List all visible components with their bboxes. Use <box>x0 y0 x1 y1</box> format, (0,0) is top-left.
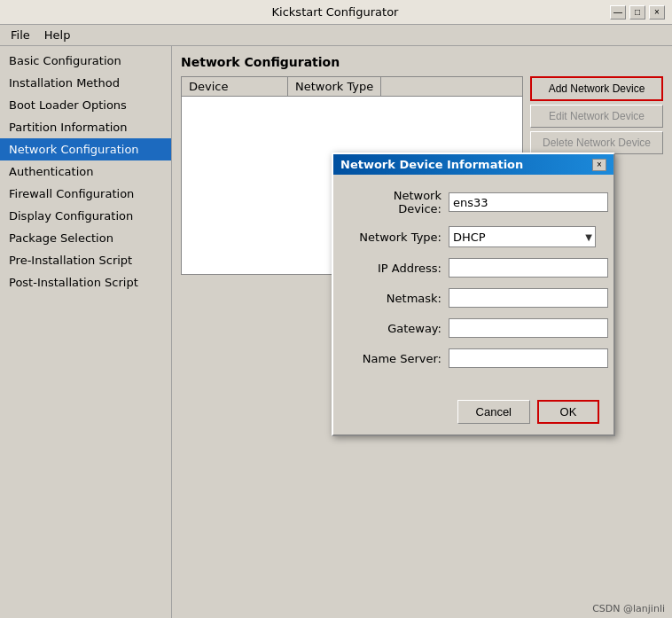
label-netmask: Netmask: <box>351 292 449 305</box>
input-netmask[interactable] <box>449 288 608 308</box>
form-row-network-type: Network Type: DHCP Static BOOTP None ▼ <box>351 226 596 247</box>
menu-bar: File Help <box>0 25 672 46</box>
sidebar-item-network-configuration[interactable]: Network Configuration <box>0 138 171 160</box>
input-network-device[interactable] <box>449 192 608 212</box>
main-container: Basic Configuration Installation Method … <box>0 46 672 618</box>
modal-body: Network Device: Network Type: DHCP Stati… <box>333 175 613 393</box>
sidebar-item-pre-installation-script[interactable]: Pre-Installation Script <box>0 249 171 271</box>
input-name-server[interactable] <box>449 348 608 368</box>
menu-help[interactable]: Help <box>37 27 78 43</box>
modal-titlebar: Network Device Information × <box>333 154 613 175</box>
watermark: CSDN @lanjinli <box>592 603 665 614</box>
form-row-gateway: Gateway: <box>351 318 596 338</box>
input-ip-address[interactable] <box>449 258 608 278</box>
modal-network-device-information: Network Device Information × Network Dev… <box>332 153 615 436</box>
sidebar-item-partition-information[interactable]: Partition Information <box>0 116 171 138</box>
section-title: Network Configuration <box>181 55 663 69</box>
sidebar-item-display-configuration[interactable]: Display Configuration <box>0 205 171 227</box>
sidebar-item-firewall-configuration[interactable]: Firewall Configuration <box>0 183 171 205</box>
maximize-button[interactable]: □ <box>629 5 645 20</box>
column-device: Device <box>182 77 288 96</box>
sidebar-item-post-installation-script[interactable]: Post-Installation Script <box>0 271 171 293</box>
modal-footer: Cancel OK <box>333 393 613 434</box>
select-network-type[interactable]: DHCP Static BOOTP None <box>449 226 596 247</box>
ok-button[interactable]: OK <box>537 400 599 424</box>
sidebar-item-installation-method[interactable]: Installation Method <box>0 72 171 94</box>
close-button[interactable]: × <box>649 5 665 20</box>
form-row-name-server: Name Server: <box>351 348 596 368</box>
menu-file[interactable]: File <box>4 27 37 43</box>
minimize-button[interactable]: — <box>610 5 626 20</box>
content-area: Network Configuration Device Network Typ… <box>172 46 672 618</box>
window-title: Kickstart Configurator <box>60 5 610 19</box>
label-network-type: Network Type: <box>351 231 449 244</box>
title-bar: Kickstart Configurator — □ × <box>0 0 672 25</box>
label-name-server: Name Server: <box>351 352 449 365</box>
sidebar-item-authentication[interactable]: Authentication <box>0 160 171 183</box>
delete-network-device-button[interactable]: Delete Network Device <box>530 131 663 154</box>
select-wrapper-network-type: DHCP Static BOOTP None ▼ <box>449 226 596 247</box>
device-table-header: Device Network Type <box>182 77 522 97</box>
modal-close-button[interactable]: × <box>592 159 606 171</box>
window-controls: — □ × <box>610 5 665 20</box>
add-network-device-button[interactable]: Add Network Device <box>530 76 663 101</box>
sidebar-item-basic-configuration[interactable]: Basic Configuration <box>0 50 171 72</box>
form-row-ip-address: IP Address: <box>351 258 596 278</box>
label-gateway: Gateway: <box>351 322 449 335</box>
label-ip-address: IP Address: <box>351 262 449 275</box>
cancel-button[interactable]: Cancel <box>457 400 530 424</box>
column-network-type: Network Type <box>288 77 381 96</box>
edit-network-device-button[interactable]: Edit Network Device <box>530 105 663 128</box>
form-row-network-device: Network Device: <box>351 189 596 215</box>
modal-title: Network Device Information <box>340 158 523 171</box>
form-row-netmask: Netmask: <box>351 288 596 308</box>
sidebar-item-package-selection[interactable]: Package Selection <box>0 227 171 249</box>
input-gateway[interactable] <box>449 318 608 338</box>
label-network-device: Network Device: <box>351 189 449 215</box>
sidebar: Basic Configuration Installation Method … <box>0 46 172 618</box>
sidebar-item-boot-loader-options[interactable]: Boot Loader Options <box>0 94 171 116</box>
